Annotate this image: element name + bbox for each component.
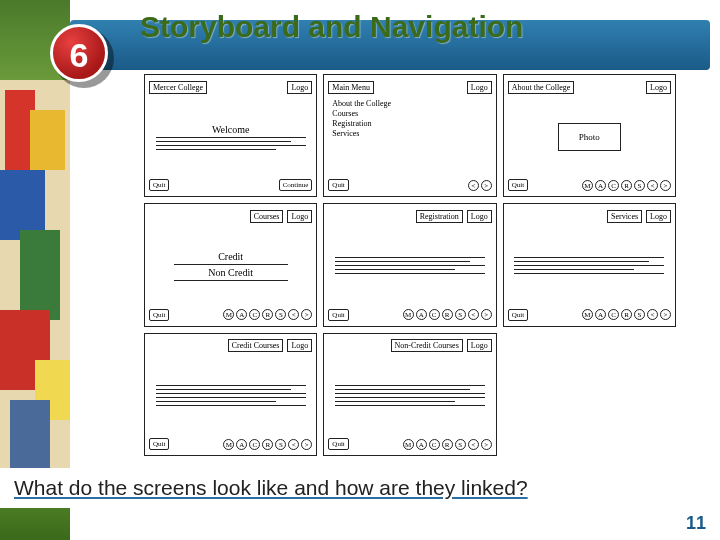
abstract-art	[0, 80, 70, 480]
nav-buttons: M A C R S < >	[582, 180, 671, 191]
nav-buttons: M A C R S < >	[403, 309, 492, 320]
prev-icon: <	[468, 309, 479, 320]
logo-placeholder: Logo	[287, 210, 312, 223]
screen-header: Main Menu	[328, 81, 374, 94]
storyboard-empty-cell	[503, 333, 676, 456]
section-number-badge: 6	[50, 24, 114, 88]
quit-button-sketch: Quit	[149, 309, 169, 321]
next-icon: >	[660, 180, 671, 191]
next-icon: >	[301, 439, 312, 450]
menu-item: Courses	[332, 109, 391, 118]
quit-button-sketch: Quit	[328, 438, 348, 450]
quit-button-sketch: Quit	[149, 438, 169, 450]
continue-button-sketch: Continue	[279, 179, 313, 191]
logo-placeholder: Logo	[646, 81, 671, 94]
prev-icon: <	[288, 309, 299, 320]
menu-item: Services	[332, 129, 391, 138]
prev-icon: <	[647, 309, 658, 320]
prev-icon: <	[468, 180, 479, 191]
screen-body-text: Welcome	[212, 124, 250, 135]
logo-placeholder: Logo	[287, 339, 312, 352]
page-number: 11	[686, 513, 706, 534]
storyboard-screen-services: Services Logo Quit M A C R S < >	[503, 203, 676, 326]
screen-header: Credit Courses	[228, 339, 284, 352]
nav-buttons: M A C R S < >	[403, 439, 492, 450]
prev-icon: <	[468, 439, 479, 450]
quit-button-sketch: Quit	[328, 309, 348, 321]
menu-item: Registration	[332, 119, 391, 128]
prev-icon: <	[647, 180, 658, 191]
screen-header: About the College	[508, 81, 575, 94]
next-icon: >	[660, 309, 671, 320]
text-lines-placeholder	[156, 385, 306, 406]
screen-header: Courses	[250, 210, 284, 223]
storyboard-screen-main-menu: Main Menu Logo About the College Courses…	[323, 74, 496, 197]
next-icon: >	[301, 309, 312, 320]
storyboard-screen-courses: Courses Logo Credit Non Credit Quit M A …	[144, 203, 317, 326]
screen-header: Registration	[416, 210, 463, 223]
slide-title: Storyboard and Navigation	[140, 10, 523, 44]
next-icon: >	[481, 439, 492, 450]
caption-text: What do the screens look like and how ar…	[14, 476, 528, 500]
storyboard-screen-noncredit-courses: Non-Credit Courses Logo Quit M A C R S <…	[323, 333, 496, 456]
text-lines-placeholder	[335, 257, 485, 274]
storyboard-screen-welcome: Mercer College Logo Welcome Quit Continu…	[144, 74, 317, 197]
screen-body-text: Credit	[218, 251, 243, 262]
quit-button-sketch: Quit	[328, 179, 348, 191]
nav-buttons: M A C R S < >	[582, 309, 671, 320]
screen-header: Non-Credit Courses	[391, 339, 463, 352]
photo-placeholder: Photo	[558, 123, 621, 151]
logo-placeholder: Logo	[646, 210, 671, 223]
quit-button-sketch: Quit	[149, 179, 169, 191]
storyboard-screen-credit-courses: Credit Courses Logo Quit M A C R S < >	[144, 333, 317, 456]
caption-bar: What do the screens look like and how ar…	[0, 468, 720, 508]
text-lines-placeholder	[156, 137, 306, 150]
logo-placeholder: Logo	[467, 210, 492, 223]
badge-number: 6	[50, 24, 108, 82]
screen-header: Services	[607, 210, 642, 223]
next-icon: >	[481, 180, 492, 191]
screen-body-text: Non Credit	[208, 267, 253, 278]
logo-placeholder: Logo	[467, 81, 492, 94]
menu-item: About the College	[332, 99, 391, 108]
logo-placeholder: Logo	[467, 339, 492, 352]
storyboard-figure: Mercer College Logo Welcome Quit Continu…	[140, 70, 680, 460]
text-lines-placeholder	[335, 385, 485, 406]
nav-arrows: < >	[468, 180, 492, 191]
nav-buttons: M A C R S < >	[223, 439, 312, 450]
storyboard-screen-about: About the College Logo Photo Quit M A C …	[503, 74, 676, 197]
screen-header: Mercer College	[149, 81, 207, 94]
logo-placeholder: Logo	[287, 81, 312, 94]
quit-button-sketch: Quit	[508, 179, 528, 191]
text-lines-placeholder	[514, 257, 664, 274]
quit-button-sketch: Quit	[508, 309, 528, 321]
prev-icon: <	[288, 439, 299, 450]
storyboard-screen-registration: Registration Logo Quit M A C R S < >	[323, 203, 496, 326]
nav-buttons: M A C R S < >	[223, 309, 312, 320]
next-icon: >	[481, 309, 492, 320]
